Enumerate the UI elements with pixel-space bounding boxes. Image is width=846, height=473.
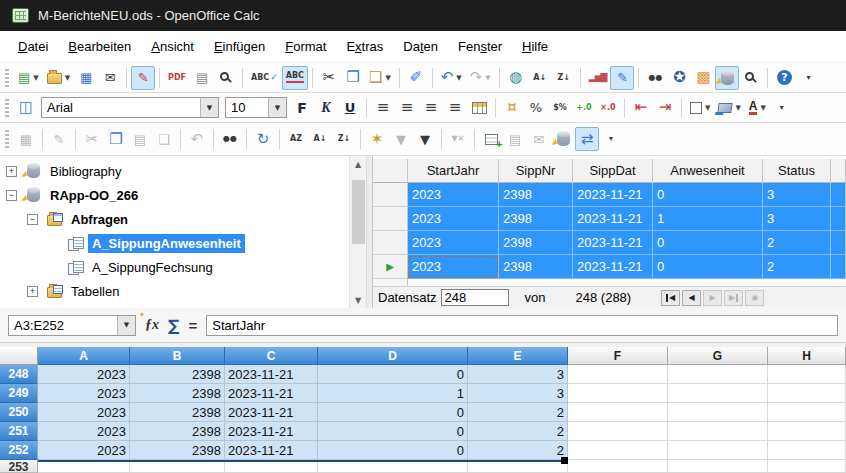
column-header-d[interactable]: D <box>318 347 468 365</box>
explorer-on-off-button[interactable]: ⇄ <box>575 127 599 151</box>
grid-cell-r1-sippdat[interactable]: 2023-11-21 <box>573 207 653 231</box>
record-number-input[interactable] <box>441 289 509 306</box>
sort-descending-button[interactable]: Z↓ <box>332 127 356 151</box>
merge-cells-button[interactable] <box>467 96 491 120</box>
cell-E249[interactable]: 3 <box>468 384 568 403</box>
cell-G251[interactable] <box>668 422 768 441</box>
column-header-c[interactable]: C <box>225 347 318 365</box>
cell-A252[interactable]: 2023 <box>38 441 130 460</box>
find-record-button[interactable]: ●● <box>218 127 242 151</box>
column-header-h[interactable]: H <box>768 347 846 365</box>
standard-filter-button[interactable]: ▼ <box>413 127 437 151</box>
grid-cell-r3-startjahr[interactable]: 2023 <box>408 255 499 279</box>
toolbar-options-button[interactable]: ▾ <box>796 66 820 90</box>
cell-B248[interactable]: 2398 <box>130 365 225 384</box>
insert-chart-button[interactable]: ▂▅▇ <box>585 66 611 90</box>
cell-D249[interactable]: 1 <box>318 384 468 403</box>
refresh-button[interactable]: ↻ <box>251 127 275 151</box>
explorer-scrollbar[interactable]: ▲ ▼ <box>349 156 366 308</box>
toolbar-grip[interactable] <box>5 69 9 87</box>
row-header-249[interactable]: 249 <box>0 384 38 403</box>
grid-cell-r2-sippnr[interactable]: 2398 <box>499 231 573 255</box>
grid-cell-r0-anwesenheit[interactable]: 0 <box>653 183 763 207</box>
expand-icon[interactable]: + <box>27 286 38 297</box>
menu-item-einfügen[interactable]: Einfügen <box>204 33 275 60</box>
menu-item-extras[interactable]: Extras <box>336 33 393 60</box>
row-header-248[interactable]: 248 <box>0 365 38 384</box>
cell-C249[interactable]: 2023-11-21 <box>225 384 318 403</box>
cell-E248[interactable]: 3 <box>468 365 568 384</box>
cell-H250[interactable] <box>768 403 846 422</box>
first-record-button[interactable]: ◀ <box>661 290 680 306</box>
formula-input[interactable]: StartJahr <box>206 315 838 336</box>
add-decimal-place-button[interactable]: +.0 <box>572 96 596 120</box>
cell-E252[interactable]: 2 <box>468 441 568 460</box>
grid-cell-r1-sippnr[interactable]: 2398 <box>499 207 573 231</box>
select-all-corner[interactable] <box>0 347 38 365</box>
cell-D251[interactable]: 0 <box>318 422 468 441</box>
new-document-button[interactable]: ▤▼ <box>14 66 43 90</box>
column-header-g[interactable]: G <box>668 347 768 365</box>
cell-D250[interactable]: 0 <box>318 403 468 422</box>
grid-cell-r2-anwesenheit[interactable]: 0 <box>653 231 763 255</box>
cell-A251[interactable]: 2023 <box>38 422 130 441</box>
grid-cell-r2-startjahr[interactable]: 2023 <box>408 231 499 255</box>
decrease-indent-button[interactable]: ⇤ <box>629 96 653 120</box>
cell-C252[interactable]: 2023-11-21 <box>225 441 318 460</box>
sort-ascending-button[interactable]: A↓ <box>308 127 332 151</box>
cell-G248[interactable] <box>668 365 768 384</box>
currency-format-button[interactable]: ¤ <box>500 96 524 120</box>
copy-button[interactable]: ❐ <box>341 66 365 90</box>
autofilter-button[interactable]: ✶ <box>365 127 389 151</box>
grid-column-header-anwesenheit[interactable]: Anwesenheit <box>653 159 763 183</box>
find-replace-button[interactable]: ●● <box>643 66 667 90</box>
clone-formatting-button[interactable]: ✐ <box>404 66 428 90</box>
cell-C251[interactable]: 2023-11-21 <box>225 422 318 441</box>
cell-E250[interactable]: 2 <box>468 403 568 422</box>
align-center-button[interactable]: ≡ <box>395 96 419 120</box>
grid-cell-r1-status[interactable]: 3 <box>763 207 831 231</box>
hyperlink-button[interactable]: ◍ <box>504 66 528 90</box>
column-header-e[interactable]: E <box>468 347 568 365</box>
underline-button[interactable]: U <box>338 96 362 120</box>
cut-button[interactable]: ✂ <box>317 66 341 90</box>
cell-B249[interactable]: 2398 <box>130 384 225 403</box>
menu-item-daten[interactable]: Daten <box>393 33 448 60</box>
print-file-button[interactable]: ▤ <box>190 66 214 90</box>
row-header-253[interactable]: 253 <box>0 460 38 473</box>
collapse-icon[interactable]: − <box>27 214 38 225</box>
cell-H252[interactable] <box>768 441 846 460</box>
align-left-button[interactable]: ≡ <box>371 96 395 120</box>
scroll-down-icon[interactable]: ▼ <box>350 292 367 308</box>
cell-D252[interactable]: 0 <box>318 441 468 460</box>
cell-H253[interactable] <box>768 460 846 473</box>
cell-H251[interactable] <box>768 422 846 441</box>
data-sources-button[interactable] <box>715 66 739 90</box>
tree-item-a-sippunganwesenheit[interactable]: A_SippungAnwesenheit <box>0 231 349 255</box>
column-header-a[interactable]: A <box>38 347 130 365</box>
tree-item-abfragen[interactable]: −Abfragen <box>0 207 349 231</box>
grid-row-selector[interactable] <box>373 183 408 207</box>
grid-cell-r3-status[interactable]: 2 <box>763 255 831 279</box>
grid-cell-r3-anwesenheit[interactable]: 0 <box>653 255 763 279</box>
cell-D248[interactable]: 0 <box>318 365 468 384</box>
grid-row-selector[interactable]: ▶ <box>373 255 408 279</box>
column-header-b[interactable]: B <box>130 347 225 365</box>
grid-cell-r0-startjahr[interactable]: 2023 <box>408 183 499 207</box>
grid-cell-r0-sippnr[interactable]: 2398 <box>499 183 573 207</box>
align-right-button[interactable]: ≡ <box>419 96 443 120</box>
menu-item-ansicht[interactable]: Ansicht <box>141 33 204 60</box>
cell-A249[interactable]: 2023 <box>38 384 130 403</box>
sort-ascending-button[interactable]: A↓ <box>528 66 552 90</box>
copy-button[interactable]: ❐ <box>104 127 128 151</box>
cell-A250[interactable]: 2023 <box>38 403 130 422</box>
current-document-datasource-button[interactable] <box>551 127 575 151</box>
scrollbar-thumb[interactable] <box>352 180 365 244</box>
cell-G250[interactable] <box>668 403 768 422</box>
grid-column-header-startjahr[interactable]: StartJahr <box>408 159 499 183</box>
grid-cell-r2-status[interactable]: 2 <box>763 231 831 255</box>
grid-cell-r3-sippnr[interactable]: 2398 <box>499 255 573 279</box>
grid-cell-r2-sippdat[interactable]: 2023-11-21 <box>573 231 653 255</box>
menu-item-format[interactable]: Format <box>275 33 336 60</box>
borders-button[interactable]: ▼ <box>686 96 714 120</box>
